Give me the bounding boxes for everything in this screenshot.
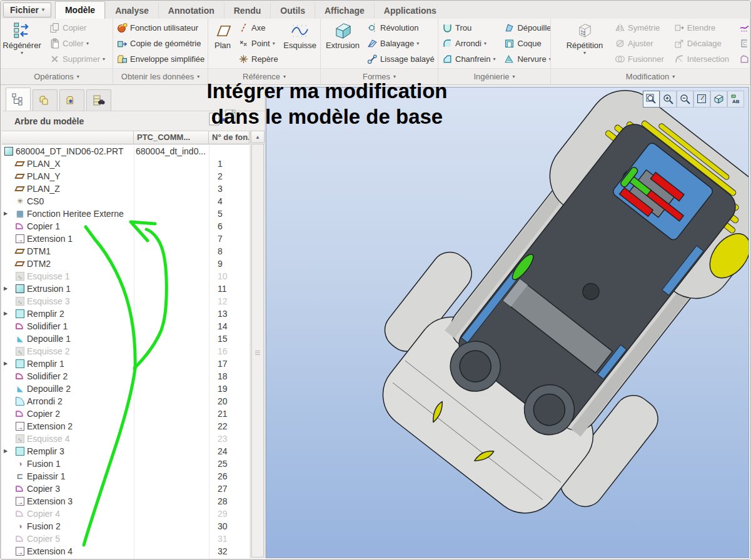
tree-row[interactable]: Remplir 1 17 <box>2 358 249 370</box>
revolve-button[interactable]: Révolution <box>365 20 436 36</box>
tree-row[interactable]: Copier 5 31 <box>2 532 249 545</box>
tree-row[interactable]: Remplir 2 13 <box>2 308 249 320</box>
tree-row[interactable]: Solidifier 1 14 <box>2 320 249 332</box>
zoom-out-button[interactable] <box>677 91 693 108</box>
tree-row[interactable]: Copier 4 29 <box>2 508 249 520</box>
csys-button[interactable]: Repère <box>236 51 280 67</box>
group-label-reference[interactable]: Référence <box>208 69 321 84</box>
ribbon-tab[interactable]: Affichage <box>315 2 374 19</box>
tree-row[interactable]: Depouille 1 15 <box>2 332 249 345</box>
menu-tab-bar: Fichier ModèleAnalyseAnnotationRenduOuti… <box>1 1 750 19</box>
tree-row[interactable]: Extension 1 7 <box>2 232 249 245</box>
delete-button: Supprimer <box>48 51 107 67</box>
regenerate-button[interactable]: Régénérer <box>3 20 41 56</box>
tree-row[interactable]: PLAN_Z 3 <box>2 182 249 195</box>
zoom-window-button[interactable] <box>643 91 660 108</box>
ribbon-tab[interactable]: Annotation <box>158 2 224 19</box>
ribbon-tab[interactable]: Modèle <box>55 1 105 19</box>
shell-button[interactable]: Coque <box>502 36 551 51</box>
tree-row[interactable]: Copier 1 6 <box>2 220 249 232</box>
group-label-engineering[interactable]: Ingénierie <box>438 69 551 84</box>
column-header-feature-number[interactable]: N° de fon... <box>209 131 249 144</box>
feature-name: Remplir 1 <box>27 358 64 370</box>
tree-row[interactable]: Solidifier 2 18 <box>2 370 249 382</box>
sweep-button[interactable]: Balayage <box>365 36 436 51</box>
tree-row[interactable]: Extension 2 22 <box>2 420 249 432</box>
tree-row[interactable]: Fonction Heritee Externe 5 <box>2 208 249 220</box>
user-feature-button[interactable]: Fonction utilisateur <box>115 20 206 36</box>
annotations-button[interactable]: AB <box>727 91 744 108</box>
tree-row[interactable]: Esquisse 2 16 <box>2 345 249 358</box>
plane-button[interactable]: Plan <box>210 20 235 50</box>
repaint-icon <box>696 93 708 105</box>
tree-row[interactable]: PLAN_Y 2 <box>2 170 249 182</box>
tree-row[interactable]: Extension 3 28 <box>2 495 249 508</box>
hole-button[interactable]: Trou <box>440 20 497 36</box>
copy-button: Copier <box>48 20 107 36</box>
tree-row[interactable]: Epaissir 1 26 <box>2 470 249 482</box>
ribbon-tab[interactable]: Rendu <box>224 2 271 19</box>
ribbon-tab[interactable]: Outils <box>270 2 315 19</box>
zoom-in-button[interactable] <box>660 91 677 108</box>
tab-model-tree[interactable] <box>6 88 31 111</box>
tree-row[interactable]: Esquisse 1 10 <box>2 270 249 282</box>
group-label-get-data[interactable]: Obtenir les données <box>113 69 208 84</box>
tree-row[interactable]: Extension 4 32 <box>2 545 249 558</box>
extrude-button[interactable]: Extrusion <box>323 20 363 50</box>
tree-row[interactable]: Copier 2 21 <box>2 408 249 420</box>
tree-row[interactable]: Arrondi 2 20 <box>2 395 249 408</box>
cad-model[interactable] <box>266 88 748 558</box>
tree-row[interactable]: Copier 3 27 <box>2 482 249 495</box>
chamfer-button[interactable]: Chanfrein <box>440 51 497 67</box>
tree-scrollbar[interactable] <box>250 131 265 558</box>
tree-row[interactable]: Extrusion 1 11 <box>2 282 249 295</box>
tree-row[interactable]: DTM1 8 <box>2 245 249 258</box>
pattern-icon <box>575 21 595 41</box>
scroll-up-icon[interactable] <box>251 131 265 143</box>
tree-row[interactable]: Fusion 2 30 <box>2 520 249 532</box>
ribbon-tab[interactable]: Analyse <box>105 2 158 19</box>
column-header-ptc-comm[interactable]: PTC_COMM... <box>134 131 209 144</box>
group-label-operations[interactable]: Opérations <box>1 69 113 84</box>
tree-row[interactable]: CS0 4 <box>2 195 249 208</box>
expand-arrow-icon[interactable] <box>4 445 11 458</box>
sketch-button[interactable]: Esquisse <box>280 20 320 50</box>
tree-row[interactable]: DTM2 9 <box>2 258 249 270</box>
csys-icon <box>238 54 249 64</box>
rib-button[interactable]: Nervure <box>502 51 551 67</box>
expand-arrow-icon[interactable] <box>4 358 11 370</box>
axis-button[interactable]: Axe <box>236 20 280 36</box>
ribbon-tab[interactable]: Applications <box>374 2 446 19</box>
expand-arrow-icon[interactable] <box>4 208 11 220</box>
saved-views-button[interactable] <box>710 91 727 108</box>
simplified-envelope-button[interactable]: Enveloppe simplifiée <box>115 51 206 67</box>
group-label-modification[interactable]: Modification <box>551 69 750 84</box>
tab-connections-search[interactable] <box>86 89 111 111</box>
tree-row[interactable]: Esquisse 3 12 <box>2 295 249 308</box>
expand-arrow-icon[interactable] <box>4 282 11 295</box>
point-button[interactable]: Point <box>236 36 280 51</box>
file-menu-label: Fichier <box>10 3 39 17</box>
file-menu-button[interactable]: Fichier <box>3 2 51 18</box>
column-header-name[interactable] <box>2 131 134 144</box>
tree-row[interactable]: Esquisse 4 23 <box>2 432 249 445</box>
group-label-shapes[interactable]: Formes <box>321 69 438 84</box>
geometry-copy-button[interactable]: Copie de géométrie <box>115 36 206 51</box>
pattern-button[interactable]: Répétition <box>565 20 604 56</box>
draft-button[interactable]: Dépouille <box>502 20 551 36</box>
tree-row[interactable]: 680004_DT_IND06-02.PRT 680004_dt_ind0... <box>2 145 249 158</box>
feature-number: 29 <box>218 508 228 520</box>
scrollbar-thumb[interactable] <box>251 144 264 558</box>
expand-arrow-icon[interactable] <box>4 308 11 320</box>
feature-number: 18 <box>218 370 228 382</box>
tree-row[interactable]: Remplir 3 24 <box>2 445 249 458</box>
tree-row[interactable]: Fusion 1 25 <box>2 458 249 470</box>
round-button[interactable]: Arrondi <box>440 36 497 51</box>
3d-viewport[interactable]: AB <box>266 87 749 558</box>
tree-row[interactable]: PLAN_X 1 <box>2 158 249 170</box>
tab-folder-browser[interactable] <box>33 89 58 111</box>
tree-row[interactable]: Depouille 2 19 <box>2 382 249 395</box>
repaint-button[interactable] <box>693 91 710 108</box>
swept-blend-button[interactable]: Lissage balayé <box>365 51 436 67</box>
tab-favorites[interactable] <box>59 89 84 111</box>
